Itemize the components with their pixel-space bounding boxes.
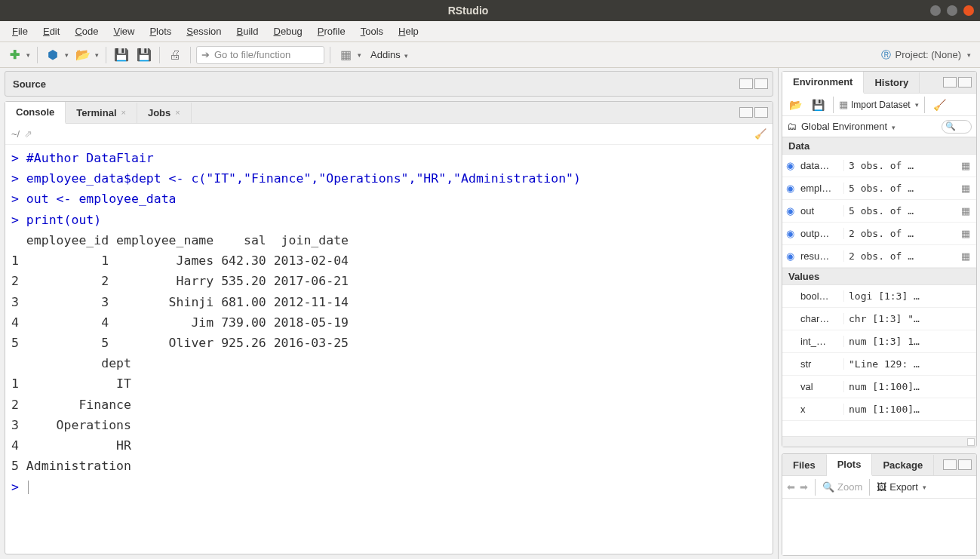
- pane-minimize-icon[interactable]: [943, 459, 957, 470]
- save-all-icon[interactable]: 💾: [134, 45, 154, 65]
- clear-console-icon[interactable]: 🧹: [754, 128, 766, 140]
- clear-workspace-icon[interactable]: 🧹: [930, 95, 950, 115]
- view-data-icon[interactable]: ▦: [961, 228, 976, 239]
- close-icon[interactable]: ×: [175, 108, 180, 117]
- pane-maximize-icon[interactable]: [754, 107, 768, 118]
- menu-code[interactable]: Code: [69, 23, 104, 39]
- env-data-row[interactable]: ◉outp…2 obs. of …▦: [782, 223, 976, 245]
- pane-maximize-icon[interactable]: [958, 77, 972, 88]
- console-output[interactable]: > #Author DataFlair > employee_data$dept…: [5, 145, 773, 554]
- menu-profile[interactable]: Profile: [312, 23, 352, 39]
- caret-down-icon: ▾: [967, 51, 971, 59]
- menu-session[interactable]: Session: [180, 23, 227, 39]
- pane-maximize-icon[interactable]: [958, 459, 972, 470]
- expand-icon[interactable]: ◉: [782, 205, 797, 217]
- close-button[interactable]: [963, 5, 974, 16]
- source-pane-title: Source: [5, 78, 54, 90]
- env-var-value: 2 obs. of …: [844, 228, 961, 239]
- expand-icon[interactable]: ◉: [782, 183, 797, 194]
- env-value-row[interactable]: xnum [1:100]…: [782, 398, 976, 421]
- tab-console[interactable]: Console: [5, 102, 66, 124]
- env-var-value: logi [1:3] …: [844, 290, 976, 302]
- minimize-button[interactable]: [930, 5, 941, 16]
- environment-toolbar: 📂 💾 ▦ Import Dataset ▾ 🧹: [782, 94, 976, 116]
- env-value-row[interactable]: bool…logi [1:3] …: [782, 285, 976, 308]
- view-data-icon[interactable]: ▦: [961, 205, 976, 217]
- pane-maximize-icon[interactable]: [754, 78, 768, 89]
- menu-tools[interactable]: Tools: [355, 23, 389, 39]
- plot-next-icon[interactable]: ➡: [800, 481, 808, 493]
- environment-pane: Environment History 📂 💾 ▦ Import Dataset…: [782, 71, 977, 447]
- titlebar: RStudio: [0, 0, 980, 21]
- env-var-name: out: [797, 205, 844, 217]
- tab-environment[interactable]: Environment: [782, 72, 864, 94]
- menu-build[interactable]: Build: [231, 23, 265, 39]
- plots-toolbar: ⬅ ➡ 🔍Zoom 🖼Export▾: [782, 476, 976, 499]
- tab-plots[interactable]: Plots: [827, 454, 873, 476]
- grid-dropdown[interactable]: ▾: [356, 48, 363, 62]
- menu-edit[interactable]: Edit: [37, 23, 66, 39]
- new-project-dropdown[interactable]: ▾: [63, 48, 70, 62]
- menu-plots[interactable]: Plots: [143, 23, 177, 39]
- view-data-icon[interactable]: ▦: [961, 183, 976, 194]
- open-file-dropdown[interactable]: ▾: [94, 48, 100, 62]
- zoom-button[interactable]: 🔍Zoom: [822, 481, 862, 493]
- environment-search[interactable]: 🔍: [942, 120, 972, 134]
- import-dataset-button[interactable]: ▦ Import Dataset ▾: [839, 99, 919, 110]
- pane-minimize-icon[interactable]: [739, 107, 753, 118]
- save-icon[interactable]: 💾: [112, 45, 131, 65]
- expand-icon[interactable]: ◉: [782, 228, 797, 239]
- pane-restore-icon[interactable]: [739, 78, 753, 89]
- plot-prev-icon[interactable]: ⬅: [787, 481, 795, 493]
- expand-icon[interactable]: ◉: [782, 160, 797, 171]
- console-tabs: Console Terminal× Jobs×: [5, 102, 773, 124]
- main-layout: Source Console Terminal× Jobs× ~/ ⇗: [0, 68, 980, 559]
- env-value-row[interactable]: valnum [1:100]…: [782, 376, 976, 398]
- scope-selector[interactable]: Global Environment ▾: [801, 121, 896, 132]
- env-data-row[interactable]: ◉out5 obs. of …▦: [782, 200, 976, 223]
- tab-terminal[interactable]: Terminal×: [66, 103, 137, 123]
- maximize-button[interactable]: [947, 5, 957, 16]
- menu-file[interactable]: File: [6, 23, 34, 39]
- console-cwd: ~/: [11, 128, 20, 140]
- save-workspace-icon[interactable]: 💾: [808, 95, 828, 115]
- env-data-row[interactable]: ◉resu…2 obs. of …▦: [782, 245, 976, 268]
- menu-debug[interactable]: Debug: [268, 23, 309, 39]
- new-project-icon[interactable]: ⬢: [43, 45, 63, 65]
- env-value-row[interactable]: char…chr [1:3] "…: [782, 308, 976, 330]
- source-pane-collapsed: Source: [5, 71, 773, 97]
- env-var-value: num [1:3] 1…: [844, 336, 976, 347]
- open-file-icon[interactable]: 📂: [73, 45, 93, 65]
- tab-history[interactable]: History: [864, 72, 920, 93]
- expand-icon[interactable]: ◉: [782, 250, 797, 262]
- env-value-row[interactable]: int_…num [1:3] 1…: [782, 330, 976, 353]
- load-workspace-icon[interactable]: 📂: [785, 95, 805, 115]
- menu-help[interactable]: Help: [392, 23, 425, 39]
- view-data-icon[interactable]: ▦: [961, 250, 976, 262]
- env-data-row[interactable]: ◉empl…5 obs. of …▦: [782, 177, 976, 200]
- tab-packages[interactable]: Package: [872, 455, 934, 475]
- separator: [106, 47, 106, 63]
- tab-files[interactable]: Files: [782, 455, 827, 475]
- goto-file-input[interactable]: ➔ Go to file/function: [196, 46, 324, 64]
- env-value-row[interactable]: str"Line 129: …: [782, 353, 976, 376]
- view-data-icon[interactable]: ▦: [961, 160, 976, 171]
- env-var-value: "Line 129: …: [844, 358, 976, 370]
- grid-icon[interactable]: ▦: [336, 45, 355, 65]
- print-icon[interactable]: 🖨: [165, 45, 185, 65]
- horizontal-scrollbar[interactable]: [782, 436, 976, 447]
- project-selector[interactable]: Ⓡ Project: (None) ▾: [877, 48, 975, 62]
- close-icon[interactable]: ×: [121, 108, 126, 117]
- new-file-dropdown[interactable]: ▾: [25, 48, 32, 62]
- env-var-name: str: [797, 358, 844, 370]
- addins-menu[interactable]: Addins ▾: [366, 49, 413, 60]
- goto-wd-icon[interactable]: ⇗: [24, 128, 32, 140]
- env-var-value: chr [1:3] "…: [844, 313, 976, 324]
- new-file-icon[interactable]: ✚: [5, 45, 24, 65]
- export-button[interactable]: 🖼Export▾: [877, 481, 926, 493]
- pane-minimize-icon[interactable]: [943, 77, 957, 88]
- tab-jobs[interactable]: Jobs×: [137, 103, 192, 123]
- menu-view[interactable]: View: [107, 23, 140, 39]
- env-data-row[interactable]: ◉data…3 obs. of …▦: [782, 155, 976, 177]
- env-var-name: int_…: [797, 336, 844, 347]
